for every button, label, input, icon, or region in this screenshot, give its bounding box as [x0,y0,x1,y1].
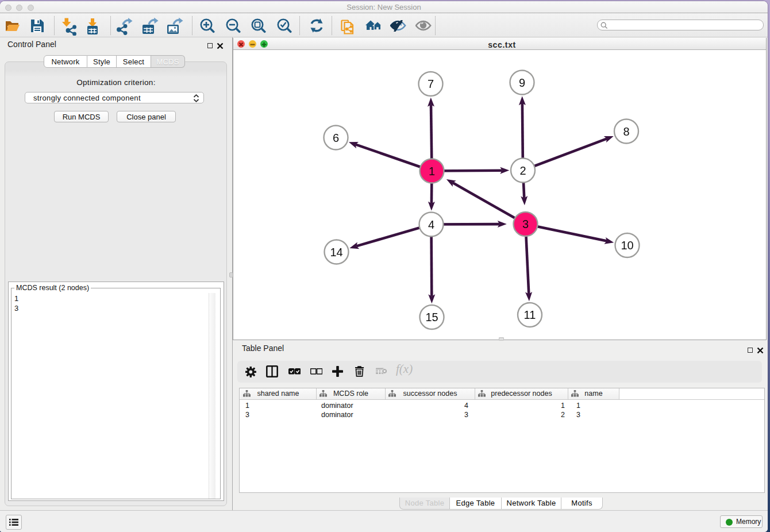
svg-text:9: 9 [519,76,525,89]
svg-text:2: 2 [519,164,526,177]
svg-text:4: 4 [428,218,434,231]
svg-text:6: 6 [333,132,339,144]
svg-text:14: 14 [330,246,342,259]
svg-text:1: 1 [429,165,435,178]
svg-text:7: 7 [428,78,434,90]
svg-text:10: 10 [621,239,633,252]
svg-text:15: 15 [425,311,438,323]
svg-text:3: 3 [522,218,529,230]
svg-text:11: 11 [524,309,536,321]
svg-text:8: 8 [623,125,629,138]
svg-text:f(x): f(x) [396,362,413,376]
